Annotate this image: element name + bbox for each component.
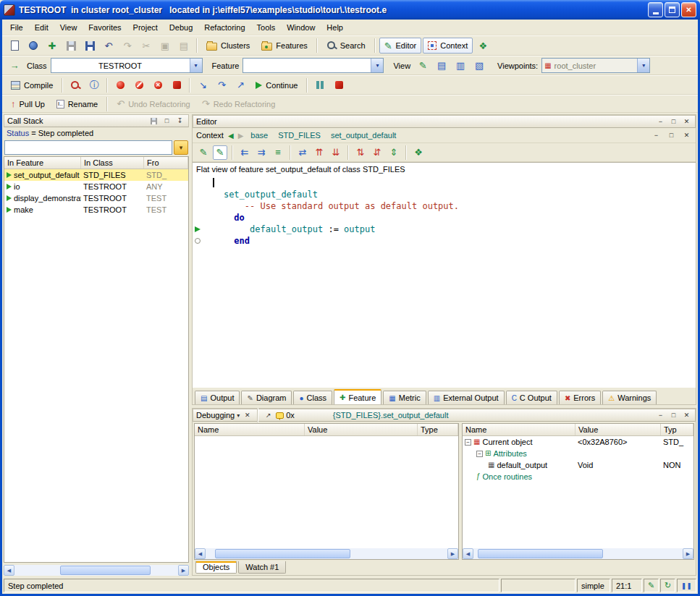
feature-combobox[interactable]: ▾ bbox=[243, 58, 384, 73]
scroll-track[interactable] bbox=[473, 548, 683, 559]
tab-class[interactable]: ●Class bbox=[293, 391, 332, 404]
stack-filter-input[interactable] bbox=[4, 140, 172, 155]
menu-refactoring[interactable]: Refactoring bbox=[198, 21, 250, 34]
descendants-icon[interactable]: ⇊ bbox=[329, 145, 343, 160]
scroll-left-button[interactable]: ◀ bbox=[463, 548, 473, 559]
step-into-button[interactable]: ↘ bbox=[194, 77, 211, 93]
object-tree-row[interactable]: ƒOnce routines bbox=[463, 471, 693, 482]
call-stack-row[interactable]: set_output_defaultSTD_FILESSTD_ bbox=[4, 169, 188, 181]
remove-breakpoints-button[interactable] bbox=[149, 77, 166, 93]
pause-button[interactable] bbox=[311, 77, 329, 93]
close-button[interactable]: ✕ bbox=[681, 2, 696, 17]
ancestors-icon[interactable]: ⇈ bbox=[312, 145, 326, 160]
step-over-button[interactable]: ↷ bbox=[213, 77, 230, 93]
horizontal-scrollbar[interactable]: ◀ ▶ bbox=[463, 548, 693, 559]
open-in-new-editor-icon[interactable]: ✎ bbox=[213, 145, 227, 160]
column-header[interactable]: Typ bbox=[661, 424, 693, 435]
basic-view-button[interactable]: ✎ bbox=[414, 58, 431, 74]
save-button[interactable] bbox=[62, 38, 80, 54]
clickable-view-button[interactable]: ▤ bbox=[433, 58, 450, 74]
menu-project[interactable]: Project bbox=[127, 21, 164, 34]
call-stack-row[interactable]: ioTESTROOTANY bbox=[4, 181, 188, 192]
column-header[interactable]: In Class bbox=[81, 157, 144, 169]
context-minimize-button[interactable]: − bbox=[651, 130, 662, 140]
viewpoints-combobox[interactable]: ▦ root_cluster ▾ bbox=[541, 58, 650, 73]
column-header[interactable]: Value bbox=[575, 424, 661, 435]
column-header[interactable]: Value bbox=[305, 424, 418, 435]
call-stack-export-button[interactable]: ↧ bbox=[174, 116, 185, 126]
editor-header[interactable]: Editor − □ ✕ bbox=[193, 115, 696, 128]
clients-icon[interactable]: ⇵ bbox=[370, 145, 384, 160]
call-stack-header[interactable]: Call Stack □ ↧ bbox=[4, 114, 189, 127]
tree-expander[interactable]: − bbox=[476, 451, 483, 457]
flat-view-button[interactable]: ▥ bbox=[452, 58, 469, 74]
undo-button[interactable]: ↶ bbox=[100, 38, 117, 54]
debugging-maximize-button[interactable]: □ bbox=[668, 410, 679, 420]
code-line[interactable] bbox=[193, 177, 696, 189]
tab-output[interactable]: ▤Output bbox=[195, 391, 240, 404]
tab-diagram[interactable]: ✎Diagram bbox=[241, 391, 292, 404]
menu-view[interactable]: View bbox=[54, 21, 83, 34]
context-toggle-button[interactable]: Context bbox=[423, 38, 473, 54]
object-tree-row[interactable]: −⊞Attributes bbox=[463, 448, 693, 459]
history-back-button[interactable]: ◀ bbox=[228, 132, 234, 140]
new-document-button[interactable] bbox=[6, 38, 23, 54]
menu-debug[interactable]: Debug bbox=[164, 21, 198, 34]
code-editor[interactable]: set_output_default -- Use standard outpu… bbox=[193, 175, 696, 388]
tab-watch-1[interactable]: Watch #1 bbox=[238, 561, 286, 574]
continue-button[interactable]: Continue bbox=[250, 77, 303, 93]
new-class-button[interactable]: ✚ bbox=[43, 38, 61, 54]
undo-refactoring-button[interactable]: ↶Undo Refactoring bbox=[111, 96, 195, 112]
column-header[interactable]: Type bbox=[418, 424, 458, 435]
clusters-button[interactable]: Clusters bbox=[201, 38, 255, 54]
assigners-icon[interactable]: ⇄ bbox=[295, 145, 310, 160]
code-line[interactable]: end bbox=[193, 235, 696, 247]
cut-button[interactable]: ✂ bbox=[138, 38, 155, 54]
pull-up-button[interactable]: ↑Pull Up bbox=[6, 96, 50, 112]
gutter-cell[interactable] bbox=[193, 235, 203, 247]
tab-warnings[interactable]: ⚠Warnings bbox=[602, 391, 657, 404]
tab-metric[interactable]: ▦Metric bbox=[383, 391, 426, 404]
scroll-right-button[interactable]: ▶ bbox=[447, 548, 458, 559]
raise-tool-button[interactable]: ↗ bbox=[263, 410, 274, 420]
scroll-thumb[interactable] bbox=[215, 549, 350, 558]
menu-window[interactable]: Window bbox=[281, 21, 321, 34]
debugging-menu-caret-icon[interactable]: ▾ bbox=[237, 412, 240, 419]
debugging-minimize-button[interactable]: − bbox=[655, 410, 666, 420]
features-button[interactable]: Features bbox=[256, 38, 312, 54]
feature-dropdown-button[interactable]: ▾ bbox=[371, 59, 383, 72]
enable-breakpoints-button[interactable] bbox=[111, 77, 129, 93]
class-combobox[interactable]: TESTROOT ▾ bbox=[51, 58, 203, 73]
scroll-right-button[interactable]: ▶ bbox=[178, 565, 189, 576]
class-tool-button[interactable]: → bbox=[6, 58, 23, 74]
scroll-track[interactable] bbox=[14, 565, 178, 576]
gutter-cell[interactable] bbox=[193, 189, 203, 200]
maximize-button[interactable] bbox=[665, 2, 680, 17]
contract-view-button[interactable]: ▧ bbox=[471, 58, 488, 74]
flat-view-icon[interactable]: ≡ bbox=[271, 145, 285, 160]
disable-breakpoints-button[interactable] bbox=[130, 77, 148, 93]
objects-tree[interactable]: −▦Current object<0x32A8760>STD_−⊞Attribu… bbox=[463, 436, 693, 548]
debug-search-button[interactable] bbox=[67, 77, 84, 93]
expression-bubble-icon[interactable] bbox=[276, 412, 284, 419]
watch-table-body[interactable] bbox=[195, 436, 458, 548]
call-stack-row[interactable]: makeTESTROOTTEST bbox=[4, 204, 188, 216]
code-line[interactable]: default_output := output bbox=[193, 224, 696, 235]
scroll-thumb[interactable] bbox=[60, 566, 150, 575]
title-bar[interactable]: TESTROOT in cluster root_cluster located… bbox=[0, 0, 700, 20]
call-stack-row[interactable]: display_demonstrat...TESTROOTTEST bbox=[4, 192, 188, 204]
menu-edit[interactable]: Edit bbox=[29, 21, 54, 34]
breakpoint-slot-icon[interactable] bbox=[195, 238, 201, 244]
scroll-right-button[interactable]: ▶ bbox=[683, 548, 693, 559]
compile-button[interactable]: Compile bbox=[6, 77, 58, 93]
edit-code-icon[interactable]: ✎ bbox=[196, 145, 211, 160]
hex-toggle[interactable]: 0x bbox=[286, 411, 295, 420]
save-call-stack-button[interactable] bbox=[148, 116, 159, 126]
stop-button[interactable] bbox=[330, 77, 347, 93]
tab-errors[interactable]: ✖Errors bbox=[559, 391, 601, 404]
step-out-button[interactable]: ↗ bbox=[232, 77, 249, 93]
editor-close-button[interactable]: ✕ bbox=[681, 116, 692, 127]
system-info-button[interactable]: ⓘ bbox=[85, 77, 103, 93]
code-line[interactable]: do bbox=[193, 212, 696, 224]
redo-refactoring-button[interactable]: ↷Redo Refactoring bbox=[197, 96, 281, 112]
